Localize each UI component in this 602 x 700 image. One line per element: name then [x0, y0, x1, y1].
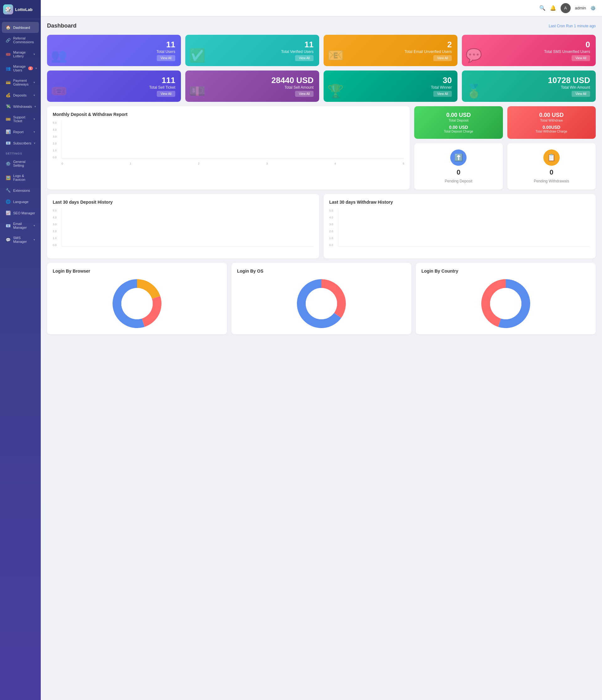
view-all-btn-sms-unverified[interactable]: View All — [572, 55, 590, 61]
sidebar-item-deposits[interactable]: 💰 Deposits ▾ — [2, 90, 39, 101]
sidebar-item-report[interactable]: 📊 Report ▾ — [2, 126, 39, 137]
svg-point-2 — [306, 288, 337, 319]
pie-charts-row: Login By Browser Login By OS Login By Co… — [47, 263, 596, 334]
bell-icon[interactable]: 🔔 — [550, 5, 556, 11]
app-logo[interactable]: 🎲 LottoLab — [0, 0, 41, 19]
settings-item-general[interactable]: ⚙️ General Setting — [2, 157, 39, 171]
card-icon-total-users: 👥 — [51, 48, 67, 63]
subscribers-icon: 📧 — [6, 141, 11, 145]
stat-label-win-amount: Total Win Amount — [467, 85, 590, 90]
pending-deposit-label: Pending Deposit — [444, 179, 472, 183]
deposits-icon: 💰 — [6, 93, 11, 97]
settings-item-email[interactable]: 📧 Email Manager ▾ — [2, 219, 39, 232]
x-axis-label: 1 — [130, 162, 131, 165]
sidebar-item-withdrawals[interactable]: 💸 Withdrawals ▾ — [2, 101, 39, 112]
sidebar-item-support[interactable]: 🎫 Support Ticket ▾ — [2, 112, 39, 126]
pending-withdrawal-count: 0 — [550, 168, 553, 176]
cron-info: Last Cron Run 1 minute ago — [549, 24, 596, 28]
sidebar-item-referral[interactable]: 🔗 Referral Commissions — [2, 33, 39, 47]
sidebar-item-lottery[interactable]: 🎟️ Manage Lottery ▾ — [2, 47, 39, 61]
withdraw-total-label: Total Withdraw — [513, 119, 590, 122]
monthly-chart-title: Monthly Deposit & Withdraw Report — [53, 112, 404, 117]
view-all-btn-win-amount[interactable]: View All — [572, 91, 590, 97]
gear-icon[interactable]: ⚙️ — [591, 6, 596, 11]
deposit-total-amount: 0.00 USD — [420, 112, 497, 119]
pending-row: ⬆️ 0 Pending Deposit 📋 0 Pending Withdra… — [414, 143, 596, 190]
view-all-btn-total-tickets[interactable]: View All — [157, 91, 175, 97]
report-label: Report — [13, 130, 31, 134]
main-content: 🔍 🔔 A admin ⚙️ Dashboard Last Cron Run 1… — [41, 0, 602, 700]
settings-item-seo[interactable]: 📈 SEO Manager — [2, 207, 39, 218]
view-all-btn-email-unverified[interactable]: View All — [433, 55, 452, 61]
view-all-btn-total-verified[interactable]: View All — [295, 55, 314, 61]
sms-settings-label: SMS Manager — [13, 236, 31, 244]
stat-number-sms-unverified: 0 — [467, 40, 590, 50]
settings-item-extensions[interactable]: 🔧 Extensions — [2, 185, 39, 196]
extensions-settings-icon: 🔧 — [6, 188, 11, 193]
pie-card-browser: Login By Browser — [47, 263, 227, 334]
settings-item-language[interactable]: 🌐 Language — [2, 196, 39, 207]
withdraw-card: 0.00 USD Total Withdraw 0.00USD Total Wi… — [507, 106, 596, 139]
view-all-btn-total-winner[interactable]: View All — [433, 91, 452, 97]
logo-settings-icon: 🖼️ — [6, 175, 11, 180]
deposit-history-title: Last 30 days Deposit History — [53, 200, 314, 205]
withdrawals-icon: 💸 — [6, 104, 11, 109]
y-axis-label: 5.0 — [329, 209, 337, 212]
pie-title-country: Login By Country — [422, 269, 458, 274]
y-axis-label: 4.0 — [53, 216, 60, 219]
stat-label-sms-unverified: Total SMS Unverified Users — [467, 50, 590, 54]
stat-label-email-unverified: Total Email Unverified Users — [329, 50, 452, 54]
stat-row-1: 11 Total Users View All 👥 11 Total Verif… — [47, 35, 596, 66]
donut-svg-browser — [112, 279, 162, 329]
settings-item-sms[interactable]: 💬 SMS Manager ▾ — [2, 233, 39, 247]
pending-deposit-icon: ⬆️ — [450, 149, 466, 166]
y-axis-label: 3.0 — [329, 223, 337, 226]
y-axis-label: 5.0 — [53, 209, 60, 212]
sidebar-item-dashboard[interactable]: 🏠 Dashboard — [2, 22, 39, 33]
donut-svg-os — [296, 279, 346, 329]
settings-item-logo[interactable]: 🖼️ Logo & Favicon — [2, 171, 39, 184]
referral-label: Referral Commissions — [13, 36, 35, 44]
y-axis-label: 2.0 — [53, 230, 60, 233]
deposits-arrow: ▾ — [33, 94, 35, 97]
sidebar-item-subscribers[interactable]: 📧 Subscribers ▾ — [2, 138, 39, 149]
top-header: 🔍 🔔 A admin ⚙️ — [41, 0, 602, 16]
stat-row-2: 111 Total Sell Ticket View All 🎟️ 28440 … — [47, 71, 596, 102]
y-axis-label: 3.0 — [53, 223, 60, 226]
withdraw-charge-amount: 0.00USD — [513, 125, 590, 130]
deposit-history-y: 5.04.03.02.01.00.0 — [53, 209, 60, 247]
email-settings-icon: 📧 — [6, 223, 11, 228]
seo-settings-icon: 📈 — [6, 210, 11, 215]
monthly-chart-x-axis: 012345 — [62, 162, 404, 165]
users-arrow: ▾ — [35, 67, 37, 70]
withdraw-history-card: Last 30 days Withdraw History 5.04.03.02… — [323, 194, 596, 258]
sidebar-item-gateways[interactable]: 💳 Payment Gateways ▾ — [2, 76, 39, 89]
dw-row: 0.00 USD Total Deposit 0.00 USD Total De… — [414, 106, 596, 139]
card-icon-total-verified: ✅ — [189, 48, 206, 63]
sidebar-nav: 🏠 Dashboard 🔗 Referral Commissions 🎟️ Ma… — [0, 19, 41, 700]
sidebar-item-users[interactable]: 👥 Manage Users 1 ▾ — [2, 61, 39, 75]
lottery-icon: 🎟️ — [6, 52, 11, 57]
x-axis-label: 3 — [266, 162, 268, 165]
search-icon[interactable]: 🔍 — [539, 5, 546, 11]
monthly-chart-y-axis: 5.04.03.02.01.00.0 — [53, 121, 60, 159]
stat-number-total-verified: 11 — [191, 40, 314, 50]
support-arrow: ▾ — [33, 118, 35, 121]
deposit-charge-amount: 0.00 USD — [420, 125, 497, 130]
avatar[interactable]: A — [561, 3, 571, 13]
y-axis-label: 5.0 — [53, 121, 60, 124]
gateways-label: Payment Gateways — [13, 79, 31, 86]
stat-number-email-unverified: 2 — [329, 40, 452, 50]
view-all-btn-sell-amount[interactable]: View All — [295, 91, 314, 97]
stat-number-total-tickets: 111 — [53, 76, 175, 85]
stat-card-total-users: 11 Total Users View All 👥 — [47, 35, 181, 66]
view-all-btn-total-users[interactable]: View All — [157, 55, 175, 61]
report-icon: 📊 — [6, 129, 11, 134]
gateways-icon: 💳 — [6, 80, 11, 85]
withdrawals-arrow: ▾ — [34, 105, 36, 108]
language-settings-icon: 🌐 — [6, 199, 11, 204]
deposit-charge-label: Total Deposit Charge — [420, 130, 497, 133]
support-label: Support Ticket — [13, 115, 31, 123]
y-axis-label: 0.0 — [53, 156, 60, 159]
y-axis-label: 2.0 — [329, 230, 337, 233]
